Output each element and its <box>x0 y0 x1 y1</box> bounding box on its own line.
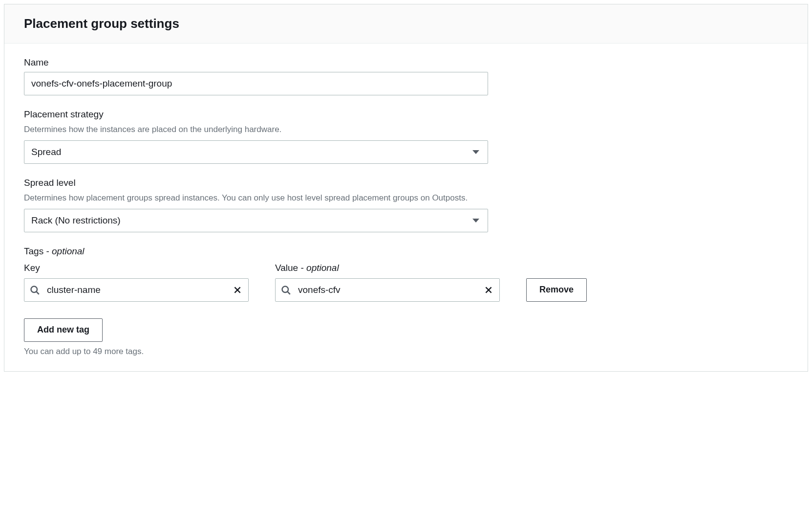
close-icon <box>233 286 242 294</box>
panel-title: Placement group settings <box>24 16 788 31</box>
spread-level-group: Spread level Determines how placement gr… <box>24 178 788 232</box>
panel-body: Name Placement strategy Determines how t… <box>4 44 808 371</box>
tags-section-text: Tags - <box>24 246 52 256</box>
tags-group: Tags - optional Key <box>24 246 788 302</box>
spread-level-select[interactable]: Rack (No restrictions) <box>24 209 488 232</box>
tag-remove-col: Remove <box>526 278 587 302</box>
panel-header: Placement group settings <box>4 4 808 44</box>
tag-key-search-wrap <box>24 278 249 302</box>
strategy-select[interactable]: Spread <box>24 140 488 164</box>
placement-group-panel: Placement group settings Name Placement … <box>4 4 808 372</box>
close-icon <box>484 286 493 294</box>
tags-section-label: Tags - optional <box>24 246 788 257</box>
tag-value-header: Value - optional <box>275 263 500 273</box>
spread-level-hint: Determines how placement groups spread i… <box>24 192 788 204</box>
name-input[interactable] <box>24 72 488 95</box>
add-tag-section: Add new tag You can add up to 49 more ta… <box>24 315 788 357</box>
tag-key-col: Key <box>24 263 249 302</box>
svg-point-0 <box>31 286 38 292</box>
name-group: Name <box>24 57 788 95</box>
tag-limit-text: You can add up to 49 more tags. <box>24 347 788 357</box>
svg-point-4 <box>282 286 289 292</box>
spread-level-select-wrap: Rack (No restrictions) <box>24 209 488 232</box>
svg-line-5 <box>288 291 290 294</box>
add-new-tag-button[interactable]: Add new tag <box>24 318 103 342</box>
tag-value-optional-text: optional <box>306 263 339 273</box>
remove-tag-button[interactable]: Remove <box>526 278 587 302</box>
strategy-hint: Determines how the instances are placed … <box>24 124 788 135</box>
tag-key-input[interactable] <box>24 278 249 302</box>
tags-optional-text: optional <box>52 246 85 256</box>
strategy-group: Placement strategy Determines how the in… <box>24 109 788 164</box>
search-icon <box>281 285 291 295</box>
spread-level-label: Spread level <box>24 178 788 188</box>
tag-value-search-wrap <box>275 278 500 302</box>
tag-value-col: Value - optional <box>275 263 500 302</box>
tag-key-clear-button[interactable] <box>230 283 245 297</box>
search-icon <box>30 285 40 295</box>
name-label: Name <box>24 57 788 68</box>
strategy-select-wrap: Spread <box>24 140 488 164</box>
tag-value-input[interactable] <box>275 278 500 302</box>
svg-line-1 <box>37 291 39 294</box>
tag-value-label-text: Value - <box>275 263 306 273</box>
tag-row: Key <box>24 263 586 302</box>
tag-key-header: Key <box>24 263 249 273</box>
tag-value-clear-button[interactable] <box>481 283 496 297</box>
strategy-label: Placement strategy <box>24 109 788 120</box>
